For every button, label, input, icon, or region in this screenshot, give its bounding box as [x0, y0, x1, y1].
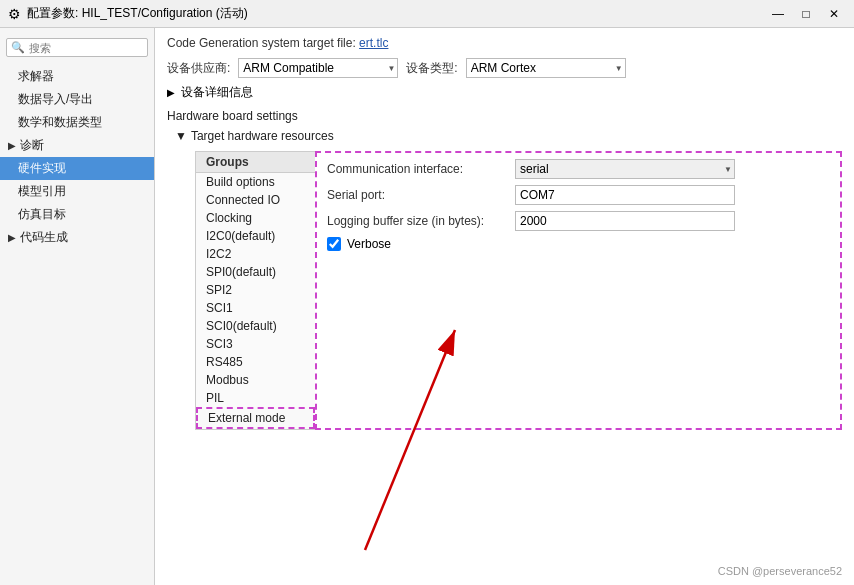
serial-port-input[interactable] [515, 185, 735, 205]
sidebar-item-simtarget[interactable]: 仿真目标 [0, 203, 154, 226]
groups-list: Groups Build options Connected IO Clocki… [195, 151, 315, 430]
device-vendor-label: 设备供应商: [167, 60, 230, 77]
comm-interface-row: Communication interface: serial TCP/IP [327, 159, 830, 179]
group-item-extmode[interactable]: External mode [196, 407, 315, 429]
log-buffer-input[interactable] [515, 211, 735, 231]
group-item-spi0[interactable]: SPI0(default) [196, 263, 315, 281]
serial-port-row: Serial port: [327, 185, 830, 205]
groups-header: Groups [196, 152, 315, 173]
device-row: 设备供应商: ARM Compatible 设备类型: ARM Cortex [167, 58, 842, 78]
content-area: Code Generation system target file: ert.… [155, 28, 854, 585]
group-item-sci1[interactable]: SCI1 [196, 299, 315, 317]
details-arrow-icon: ▶ [167, 87, 175, 98]
group-item-connectedIO[interactable]: Connected IO [196, 191, 315, 209]
device-type-select[interactable]: ARM Cortex [466, 58, 626, 78]
group-item-rs485[interactable]: RS485 [196, 353, 315, 371]
group-item-build[interactable]: Build options [196, 173, 315, 191]
device-type-select-wrapper: ARM Cortex [466, 58, 626, 78]
sidebar-item-codegen[interactable]: ▶ 代码生成 [0, 226, 154, 249]
window-title: 配置参数: HIL_TEST/Configuration (活动) [27, 5, 766, 22]
device-vendor-select-wrapper: ARM Compatible [238, 58, 398, 78]
log-buffer-row: Logging buffer size (in bytes): [327, 211, 830, 231]
sidebar-item-modelref[interactable]: 模型引用 [0, 180, 154, 203]
expand-icon: ▶ [8, 140, 16, 151]
verbose-label: Verbose [347, 237, 391, 251]
maximize-button[interactable]: □ [794, 4, 818, 24]
watermark: CSDN @perseverance52 [718, 565, 842, 577]
verbose-checkbox[interactable] [327, 237, 341, 251]
device-details-row[interactable]: ▶ 设备详细信息 [167, 84, 842, 101]
comm-interface-select-wrapper: serial TCP/IP [515, 159, 735, 179]
search-icon: 🔍 [11, 41, 25, 54]
sidebar-item-hardware[interactable]: 硬件实现 [0, 157, 154, 180]
search-box[interactable]: 🔍 [6, 38, 148, 57]
comm-interface-select[interactable]: serial TCP/IP [515, 159, 735, 179]
sidebar-item-solver[interactable]: 求解器 [0, 65, 154, 88]
settings-area: Communication interface: serial TCP/IP S… [315, 151, 842, 430]
device-details-label: 设备详细信息 [181, 84, 253, 101]
group-item-spi2[interactable]: SPI2 [196, 281, 315, 299]
log-buffer-label: Logging buffer size (in bytes): [327, 214, 507, 228]
close-button[interactable]: ✕ [822, 4, 846, 24]
sidebar-item-dataimport[interactable]: 数据导入/导出 [0, 88, 154, 111]
subsection: ▼ Target hardware resources Groups Build… [175, 129, 842, 430]
target-resources-title[interactable]: ▼ Target hardware resources [175, 129, 842, 143]
minimize-button[interactable]: — [766, 4, 790, 24]
sidebar-item-mathtype[interactable]: 数学和数据类型 [0, 111, 154, 134]
codegen-row: Code Generation system target file: ert.… [167, 36, 842, 50]
sidebar: 🔍 求解器 数据导入/导出 数学和数据类型 ▶ 诊断 硬件实现 模型引用 仿真目… [0, 28, 155, 585]
comm-interface-label: Communication interface: [327, 162, 507, 176]
codegen-link[interactable]: ert.tlc [359, 36, 388, 50]
sidebar-item-diagnosis[interactable]: ▶ 诊断 [0, 134, 154, 157]
search-input[interactable] [29, 42, 143, 54]
window-controls: — □ ✕ [766, 4, 846, 24]
group-item-clocking[interactable]: Clocking [196, 209, 315, 227]
device-type-label: 设备类型: [406, 60, 457, 77]
resources-panel: Groups Build options Connected IO Clocki… [195, 151, 842, 430]
serial-port-label: Serial port: [327, 188, 507, 202]
subsection-arrow-icon: ▼ [175, 129, 187, 143]
verbose-row: Verbose [327, 237, 830, 251]
subsection-label: Target hardware resources [191, 129, 334, 143]
group-item-i2c0[interactable]: I2C0(default) [196, 227, 315, 245]
group-item-modbus[interactable]: Modbus [196, 371, 315, 389]
app-icon: ⚙ [8, 6, 21, 22]
device-vendor-select[interactable]: ARM Compatible [238, 58, 398, 78]
expand-icon-codegen: ▶ [8, 232, 16, 243]
group-item-i2c2[interactable]: I2C2 [196, 245, 315, 263]
group-item-pil[interactable]: PIL [196, 389, 315, 407]
title-bar: ⚙ 配置参数: HIL_TEST/Configuration (活动) — □ … [0, 0, 854, 28]
hardware-board-title: Hardware board settings [167, 109, 842, 123]
group-item-sci3[interactable]: SCI3 [196, 335, 315, 353]
group-item-sci0[interactable]: SCI0(default) [196, 317, 315, 335]
main-container: 🔍 求解器 数据导入/导出 数学和数据类型 ▶ 诊断 硬件实现 模型引用 仿真目… [0, 28, 854, 585]
